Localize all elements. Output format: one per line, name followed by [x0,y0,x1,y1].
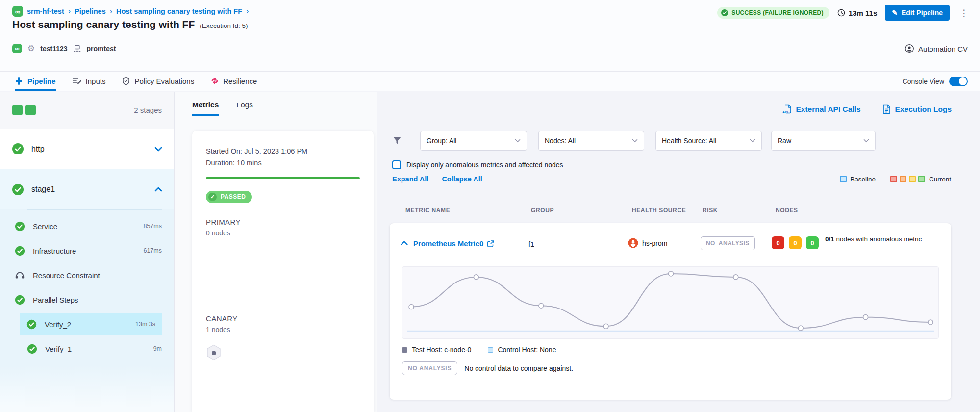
inputs-icon [73,77,81,85]
node-risk-counts: 0 0 0 [772,236,819,249]
elapsed-time: 13m 11s [837,9,877,17]
chevron-down-icon [515,139,521,143]
verify-summary-card: Started On: Jul 5, 2023 1:06 PM Duration… [192,131,374,412]
stage-square-icon [12,105,23,115]
success-check-icon [15,246,25,256]
metric-chart-svg [402,267,939,339]
page-header: ∞ srm-hf-test › Pipelines › Host samplin… [0,0,980,71]
step-item-verify-2[interactable]: Verify_2 13m 3s [20,313,162,335]
cd-module-icon: ∞ [12,44,22,53]
column-header-nodes: NODES [776,207,798,214]
execution-id: (Execution Id: 5) [200,22,248,29]
control-host-legend: Control Host: None [488,346,556,354]
svg-text:API: API [782,110,788,114]
chevron-down-icon [750,139,755,143]
group-filter-value: Group: All [427,137,456,145]
anomalous-checkbox[interactable] [392,160,401,169]
chevron-down-icon[interactable] [154,147,162,152]
toggle-knob [959,77,967,85]
data-mode-value: Raw [778,137,791,145]
verify-panel-tabs: Metrics Logs [192,101,253,116]
filter-funnel-icon[interactable] [392,136,402,146]
metric-timeseries-chart[interactable] [402,266,939,339]
external-api-calls-link[interactable]: API External API Calls [782,104,861,114]
console-view-label: Console View [903,77,944,85]
column-header-group: GROUP [531,207,554,214]
anomalous-checkbox-label: Display only anomalous metrics and affec… [406,161,563,169]
success-check-icon [27,344,37,354]
anomalous-filter-row: Display only anomalous metrics and affec… [392,160,563,169]
success-check-icon [26,319,37,330]
step-label: Verify_2 [45,320,71,329]
success-check-icon [12,183,24,196]
clock-icon [837,9,845,17]
passed-badge-label: PASSED [221,193,246,200]
metric-name-link[interactable]: Prometheus Metric0 [413,239,494,248]
chevron-down-icon [863,139,869,143]
chevron-up-icon[interactable] [154,187,162,192]
step-duration: 617ms [143,247,162,254]
gear-icon: ⚙ [27,43,35,53]
tab-metrics[interactable]: Metrics [192,101,219,116]
tab-logs[interactable]: Logs [236,101,253,116]
red-count-badge: 0 [772,236,784,249]
execution-logs-link[interactable]: Execution Logs [882,104,952,114]
panel-links: API External API Calls Execution Logs [782,104,952,114]
current-orange-swatch-icon [900,176,906,182]
external-link-icon[interactable] [487,240,494,247]
console-view-toggle[interactable] [949,77,968,86]
chevron-down-icon [632,139,638,143]
group-filter-dropdown[interactable]: Group: All [420,131,527,151]
tab-resilience[interactable]: Resilience [211,72,257,91]
legend-current-label: Current [929,176,951,183]
step-duration: 9m [153,345,162,352]
stage-item-http[interactable]: http [0,129,174,169]
no-analysis-badge: NO ANALYSIS [402,361,457,375]
current-yellow-swatch-icon [909,176,916,182]
execution-logs-label: Execution Logs [895,105,952,114]
step-label: Verify_1 [45,345,72,353]
progress-bar [206,177,360,179]
tab-policy-evaluations[interactable]: Policy Evaluations [122,72,194,91]
chart-color-legend: Baseline Current [840,176,951,183]
expand-all-link[interactable]: Expand All [392,175,428,183]
step-item-parallel-steps[interactable]: Parallel Steps [0,287,174,312]
tab-inputs[interactable]: Inputs [73,72,106,91]
step-item-verify-1[interactable]: Verify_1 9m [0,336,174,361]
step-item-service[interactable]: Service 857ms [0,214,174,238]
pencil-icon: ✎ [892,9,898,17]
step-item-resource-constraint[interactable]: Resource Constraint [0,263,174,287]
edit-pipeline-button[interactable]: ✎ Edit Pipeline [885,5,950,21]
data-mode-dropdown[interactable]: Raw [771,131,876,151]
test-host-swatch-icon [402,347,407,353]
legend-baseline-label: Baseline [850,176,876,183]
logs-document-icon [882,104,891,114]
expand-collapse-row: Expand All Collapse All Baseline Current [392,175,951,183]
verify-step-panel: Metrics Logs Started On: Jul 5, 2023 1:0… [175,92,377,412]
health-source-filter-dropdown[interactable]: Health Source: All [655,131,762,151]
pipeline-icon [15,77,23,85]
step-label: Parallel Steps [33,296,78,304]
tab-pipeline[interactable]: Pipeline [15,72,56,91]
page-title: Host sampling canary testing with FF [12,19,195,30]
shield-check-icon [122,77,130,85]
step-item-infrastructure[interactable]: Infrastructure 617ms [0,238,174,263]
verify-duration: Duration: 10 mins [206,157,360,169]
step-label: Infrastructure [33,247,76,255]
collapse-chevron-up-icon[interactable] [401,241,408,245]
nodes-filter-value: Nodes: All [545,137,576,145]
collapse-all-link[interactable]: Collapse All [442,175,482,183]
breadcrumb-pipeline-name[interactable]: Host sampling canary testing with FF [116,7,242,15]
breadcrumb-project[interactable]: srm-hf-test [27,7,64,15]
console-view-control: Console View [903,72,968,91]
breadcrumb-pipelines[interactable]: Pipelines [75,7,106,15]
health-source-label: hs-prom [642,239,667,247]
canary-node-hexagon[interactable] [206,344,360,362]
resource-constraint-icon [15,271,25,280]
stage-item-stage1[interactable]: stage1 [0,169,174,209]
metrics-panel: API External API Calls Execution Logs Gr… [377,92,980,412]
anomalous-nodes-summary: 0/1 nodes with anomalous metric [825,234,956,245]
nodes-filter-dropdown[interactable]: Nodes: All [538,131,644,151]
harness-module-icon: ∞ [12,6,23,17]
more-options-icon[interactable]: ⋮ [957,7,971,19]
